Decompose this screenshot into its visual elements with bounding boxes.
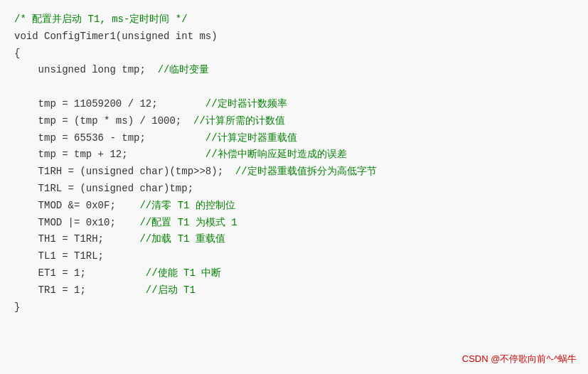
line-10-text: T1RH = (unsigned char)(tmp>>8); xyxy=(38,164,235,181)
line-6-indent xyxy=(14,96,38,113)
line-9-comment: //补偿中断响应延时造成的误差 xyxy=(205,146,347,164)
line-2: void ConfigTimer1(unsigned int ms) xyxy=(14,28,574,46)
line-13-text: TMOD |= 0x10; xyxy=(38,215,140,232)
line-9: tmp = tmp + 12; //补偿中断响应延时造成的误差 xyxy=(14,146,574,164)
line-10: T1RH = (unsigned char)(tmp>>8); //定时器重载值… xyxy=(14,164,574,181)
line-11-indent xyxy=(14,181,38,198)
line-7-text: tmp = (tmp * ms) / 1000; xyxy=(38,113,193,130)
line-13: TMOD |= 0x10; //配置 T1 为模式 1 xyxy=(14,215,574,232)
watermark: CSDN @不停歌向前^-^蜗牛 xyxy=(462,353,577,365)
line-13-comment: //配置 T1 为模式 1 xyxy=(139,215,237,232)
line-18-text: } xyxy=(14,299,20,316)
line-3-text: { xyxy=(14,46,20,63)
line-14: TH1 = T1RH; //加载 T1 重载值 xyxy=(14,231,574,248)
line-1-text: /* 配置并启动 T1, ms-定时时间 */ xyxy=(14,11,188,28)
line-14-comment: //加载 T1 重载值 xyxy=(139,231,225,248)
line-15-indent xyxy=(14,248,38,265)
line-18: } xyxy=(14,299,574,316)
line-8-indent xyxy=(14,130,38,147)
line-7-indent xyxy=(14,113,38,130)
line-8: tmp = 65536 - tmp; //计算定时器重载值 xyxy=(14,130,574,147)
line-8-comment: //计算定时器重载值 xyxy=(205,130,297,147)
line-10-indent xyxy=(14,164,38,181)
line-17-indent xyxy=(14,282,38,299)
line-2-text: void ConfigTimer1(unsigned int ms) xyxy=(14,28,218,46)
line-6: tmp = 11059200 / 12; //定时器计数频率 xyxy=(14,96,574,113)
line-17-comment: //启动 T1 xyxy=(146,282,196,299)
code-container: /* 配置并启动 T1, ms-定时时间 */ void ConfigTimer… xyxy=(0,0,588,374)
line-9-indent xyxy=(14,146,38,164)
line-16-indent xyxy=(14,265,38,282)
line-11-text: T1RL = (unsigned char)tmp; xyxy=(38,181,193,198)
line-4-text: unsigned long tmp; xyxy=(38,62,158,79)
line-14-text: TH1 = T1RH; xyxy=(38,231,140,248)
line-13-indent xyxy=(14,215,38,232)
line-12-indent xyxy=(14,198,38,215)
line-15-text: TL1 = T1RL; xyxy=(38,248,104,265)
line-12-comment: //清零 T1 的控制位 xyxy=(139,198,235,215)
line-5-empty xyxy=(14,79,574,96)
line-12: TMOD &= 0x0F; //清零 T1 的控制位 xyxy=(14,198,574,215)
line-15: TL1 = T1RL; xyxy=(14,248,574,265)
line-10-comment: //定时器重载值拆分为高低字节 xyxy=(235,164,377,181)
line-4-indent xyxy=(14,62,38,79)
line-4: unsigned long tmp; //临时变量 xyxy=(14,62,574,79)
code-block: /* 配置并启动 T1, ms-定时时间 */ void ConfigTimer… xyxy=(14,11,574,316)
line-4-comment: //临时变量 xyxy=(158,62,210,79)
line-9-text: tmp = tmp + 12; xyxy=(38,146,205,164)
line-17: TR1 = 1; //启动 T1 xyxy=(14,282,574,299)
line-1: /* 配置并启动 T1, ms-定时时间 */ xyxy=(14,11,574,28)
line-6-comment: //定时器计数频率 xyxy=(205,96,287,113)
line-16-comment: //使能 T1 中断 xyxy=(146,265,221,282)
line-17-text: TR1 = 1; xyxy=(38,282,146,299)
line-8-text: tmp = 65536 - tmp; xyxy=(38,130,205,147)
line-16-text: ET1 = 1; xyxy=(38,265,146,282)
line-12-text: TMOD &= 0x0F; xyxy=(38,198,140,215)
line-14-indent xyxy=(14,231,38,248)
line-6-text: tmp = 11059200 / 12; xyxy=(38,96,205,113)
line-16: ET1 = 1; //使能 T1 中断 xyxy=(14,265,574,282)
line-7-comment: //计算所需的计数值 xyxy=(193,113,285,130)
line-11: T1RL = (unsigned char)tmp; xyxy=(14,181,574,198)
line-3: { xyxy=(14,46,574,63)
line-7: tmp = (tmp * ms) / 1000; //计算所需的计数值 xyxy=(14,113,574,130)
